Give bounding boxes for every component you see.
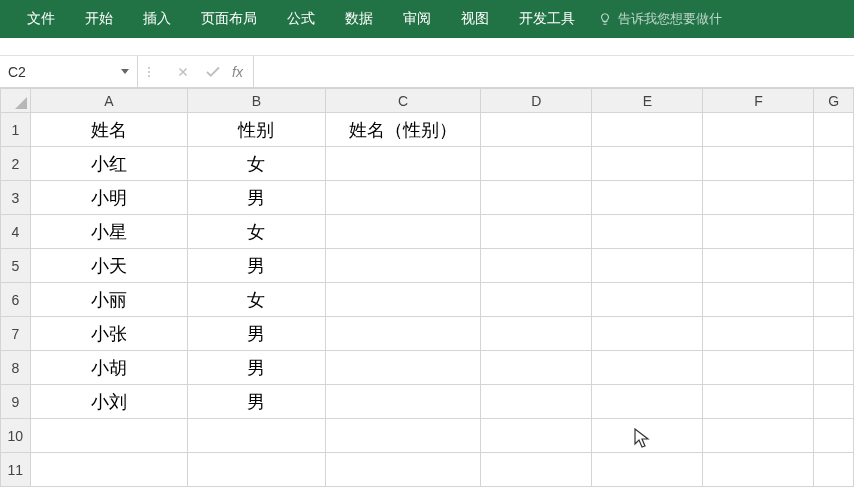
cell[interactable]: [325, 249, 481, 283]
row-header[interactable]: 5: [1, 249, 31, 283]
cell[interactable]: 小明: [30, 181, 187, 215]
col-header-f[interactable]: F: [703, 89, 814, 113]
cell[interactable]: [703, 147, 814, 181]
cell[interactable]: [814, 351, 854, 385]
cell[interactable]: [703, 419, 814, 453]
cell[interactable]: [703, 283, 814, 317]
select-all-corner[interactable]: [1, 89, 31, 113]
formula-input[interactable]: [253, 56, 854, 87]
cell[interactable]: 男: [188, 317, 326, 351]
cell[interactable]: [814, 419, 854, 453]
cancel-formula-button[interactable]: [168, 65, 198, 79]
cell[interactable]: [325, 283, 481, 317]
row-header[interactable]: 7: [1, 317, 31, 351]
ribbon-tab-view[interactable]: 视图: [446, 0, 504, 38]
col-header-e[interactable]: E: [592, 89, 703, 113]
ribbon-tab-home[interactable]: 开始: [70, 0, 128, 38]
cell[interactable]: [703, 351, 814, 385]
cell[interactable]: 男: [188, 385, 326, 419]
row-header[interactable]: 9: [1, 385, 31, 419]
enter-formula-button[interactable]: [198, 63, 228, 81]
cell[interactable]: [325, 181, 481, 215]
cell[interactable]: 女: [188, 215, 326, 249]
cell[interactable]: [814, 317, 854, 351]
cell[interactable]: [481, 249, 592, 283]
cell[interactable]: [703, 215, 814, 249]
cell[interactable]: [481, 215, 592, 249]
cell[interactable]: [592, 351, 703, 385]
tell-me-search[interactable]: 告诉我您想要做什: [598, 10, 722, 28]
cell[interactable]: [325, 351, 481, 385]
cell[interactable]: 小张: [30, 317, 187, 351]
cell[interactable]: [325, 147, 481, 181]
cell[interactable]: 性别: [188, 113, 326, 147]
cell[interactable]: [592, 249, 703, 283]
ribbon-tab-review[interactable]: 审阅: [388, 0, 446, 38]
cell[interactable]: [814, 181, 854, 215]
name-box[interactable]: C2: [0, 56, 138, 87]
fx-icon[interactable]: fx: [232, 64, 243, 80]
cell[interactable]: [592, 147, 703, 181]
ribbon-tab-insert[interactable]: 插入: [128, 0, 186, 38]
cell[interactable]: [814, 249, 854, 283]
cell[interactable]: 小丽: [30, 283, 187, 317]
cell[interactable]: 男: [188, 351, 326, 385]
cell[interactable]: [325, 385, 481, 419]
chevron-down-icon[interactable]: [121, 69, 129, 74]
ribbon-tab-developer[interactable]: 开发工具: [504, 0, 590, 38]
cell[interactable]: 小胡: [30, 351, 187, 385]
cell[interactable]: [703, 113, 814, 147]
cell[interactable]: [325, 419, 481, 453]
cell[interactable]: [814, 215, 854, 249]
cell[interactable]: [592, 385, 703, 419]
ribbon-tab-file[interactable]: 文件: [12, 0, 70, 38]
cell[interactable]: [481, 283, 592, 317]
row-header[interactable]: 10: [1, 419, 31, 453]
cell[interactable]: [703, 453, 814, 487]
cell[interactable]: [703, 181, 814, 215]
cell[interactable]: [325, 215, 481, 249]
cell[interactable]: [188, 419, 326, 453]
cell[interactable]: [481, 385, 592, 419]
cell[interactable]: [592, 419, 703, 453]
cell[interactable]: 小天: [30, 249, 187, 283]
row-header[interactable]: 8: [1, 351, 31, 385]
col-header-g[interactable]: G: [814, 89, 854, 113]
cell[interactable]: [592, 181, 703, 215]
cell[interactable]: [481, 181, 592, 215]
cell[interactable]: [325, 317, 481, 351]
cell[interactable]: 女: [188, 283, 326, 317]
cell[interactable]: 男: [188, 181, 326, 215]
cell[interactable]: 姓名: [30, 113, 187, 147]
cell[interactable]: [481, 419, 592, 453]
cell[interactable]: [703, 317, 814, 351]
cell[interactable]: 姓名（性别）: [325, 113, 481, 147]
cell[interactable]: [325, 453, 481, 487]
col-header-d[interactable]: D: [481, 89, 592, 113]
cell[interactable]: [30, 419, 187, 453]
drag-handle-icon[interactable]: [148, 67, 150, 77]
cell[interactable]: [814, 385, 854, 419]
col-header-a[interactable]: A: [30, 89, 187, 113]
cell[interactable]: [592, 283, 703, 317]
row-header[interactable]: 1: [1, 113, 31, 147]
cell[interactable]: [814, 147, 854, 181]
col-header-b[interactable]: B: [188, 89, 326, 113]
cell[interactable]: [30, 453, 187, 487]
cell[interactable]: 小红: [30, 147, 187, 181]
row-header[interactable]: 4: [1, 215, 31, 249]
cell[interactable]: [481, 453, 592, 487]
cell[interactable]: [703, 249, 814, 283]
cell[interactable]: 小刘: [30, 385, 187, 419]
ribbon-tab-formulas[interactable]: 公式: [272, 0, 330, 38]
cell[interactable]: [188, 453, 326, 487]
cell[interactable]: [592, 317, 703, 351]
cell[interactable]: [592, 113, 703, 147]
row-header[interactable]: 11: [1, 453, 31, 487]
cell[interactable]: [814, 283, 854, 317]
cell[interactable]: [592, 215, 703, 249]
cell[interactable]: [814, 453, 854, 487]
cell[interactable]: [814, 113, 854, 147]
cell[interactable]: [481, 147, 592, 181]
cell[interactable]: 小星: [30, 215, 187, 249]
